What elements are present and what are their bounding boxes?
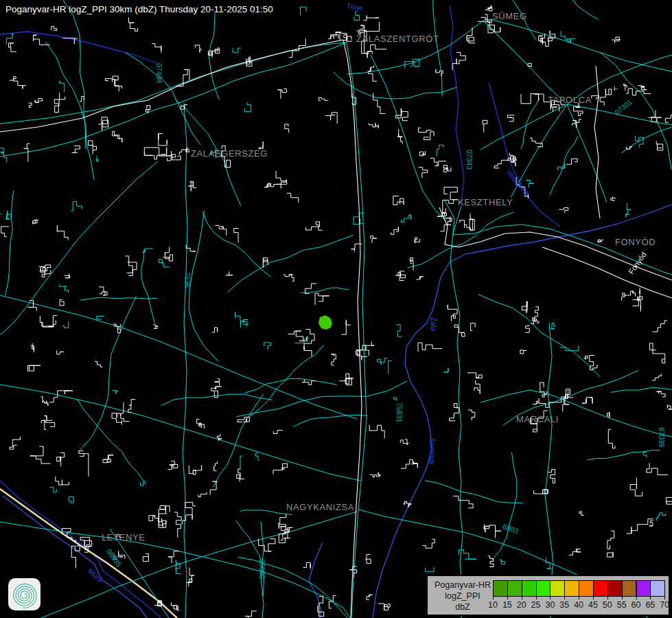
road-number-label: 06890 (258, 559, 266, 579)
legend-tick-label: 50 (603, 600, 612, 610)
legend-cell (564, 580, 579, 597)
water-boundary-label: Somogy (428, 438, 437, 465)
legend-cell (536, 580, 551, 597)
legend-tick-label: 45 (588, 600, 598, 610)
legend-cell (636, 580, 651, 597)
radar-viewport: Poganyvar-HR logZ_PPI 30km (dbZ) Thursda… (0, 0, 672, 618)
legend-tick-label: 70 (660, 600, 669, 610)
product-title: Poganyvar-HR logZ_PPI 30km (dbZ) Thursda… (5, 4, 273, 14)
legend-tick (579, 597, 579, 599)
road-number-label: 7536 (183, 272, 192, 288)
legend-tick-label: 25 (531, 600, 541, 610)
legend-cell (650, 580, 665, 597)
met-service-logo (8, 578, 40, 610)
legend-tick (564, 597, 565, 599)
legend-cell (550, 580, 565, 597)
legend-cell (622, 580, 637, 597)
city-label: SÜMEG (492, 11, 527, 21)
legend-tick (650, 597, 651, 599)
city-label: TAPOLCA (548, 95, 592, 105)
legend-tick (507, 597, 508, 599)
legend-product-name: logZ_PPI (430, 591, 495, 602)
legend-tick-label: 40 (574, 600, 583, 610)
road-number-label: 67039 (658, 427, 666, 447)
legend-tick (607, 597, 608, 599)
city-label: ZALAEGERSZEG (191, 148, 268, 159)
legend-tick (636, 597, 637, 599)
city-label: LETENYE (102, 532, 145, 542)
legend-cell (493, 580, 508, 597)
city-label: FONYÓD (615, 237, 656, 247)
legend-tick-label: 35 (559, 600, 569, 610)
legend-tick (493, 597, 494, 599)
road-number-label: 07404 (155, 63, 163, 83)
city-label: MARCALI (516, 414, 559, 424)
legend-tick-label: 55 (617, 600, 627, 610)
legend-cell (579, 580, 594, 597)
legend-cell (607, 580, 623, 597)
legend-tick (622, 597, 623, 599)
legend-unit: dbZ (430, 602, 495, 613)
legend-tick (664, 597, 665, 599)
legend-tick (522, 597, 522, 599)
legend-cell (507, 580, 522, 597)
legend-tick (550, 597, 551, 599)
radar-echo-layer (318, 315, 332, 330)
road-number-label: 07343 (465, 150, 474, 170)
dbz-color-scale-legend: Poganyvar-HR logZ_PPI dbZ 10152025303540… (426, 575, 670, 616)
legend-cell (522, 580, 537, 597)
city-label: NAGYKANIZSA (286, 502, 354, 512)
spiral-glyph (14, 584, 36, 608)
legend-tick-label: 15 (502, 600, 512, 610)
legend-tick (593, 597, 594, 599)
legend-tick-label: 20 (517, 600, 526, 610)
legend-tick-label: 65 (645, 600, 655, 610)
legend-tick (536, 597, 537, 599)
roads-layer (0, 0, 672, 618)
radar-map-canvas (0, 0, 672, 618)
legend-radar-name: Poganyvar-HR (430, 580, 495, 591)
legend-tick-label: 60 (632, 600, 641, 610)
road-number-label: 75831 (395, 402, 404, 422)
city-label: KESZTHELY (458, 197, 513, 207)
city-label: ZALASZENTGRÓT (356, 34, 439, 44)
legend-tick-label: 10 (488, 600, 498, 610)
spiral-logo-icon (8, 578, 40, 610)
legend-title: Poganyvar-HR logZ_PPI dbZ (430, 580, 495, 613)
radar-echo (318, 315, 332, 330)
water-boundary-label: Zala (430, 317, 438, 331)
legend-cell (593, 580, 608, 597)
boundaries-layer (3, 205, 672, 618)
legend-tick-label: 30 (545, 600, 555, 610)
